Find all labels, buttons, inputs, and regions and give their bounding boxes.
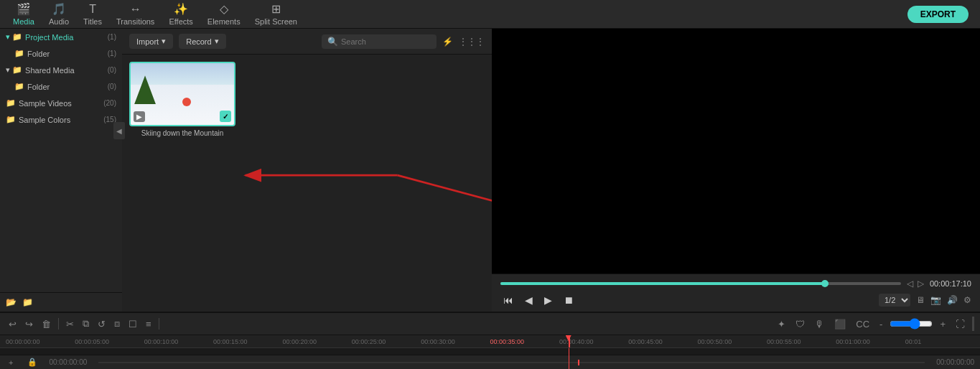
nav-titles[interactable]: T Titles	[76, 0, 109, 29]
play-button[interactable]: ▶	[541, 293, 555, 307]
import-label: Import	[136, 37, 159, 46]
media-icon: 🎬	[17, 2, 31, 16]
zoom-out-button[interactable]: -	[877, 317, 885, 331]
playhead-track	[569, 348, 569, 369]
sidebar-item-sample-colors[interactable]: 📁 Sample Colors (15)	[0, 111, 122, 128]
nav-effects[interactable]: ✨ Effects	[162, 0, 200, 29]
skip-back-button[interactable]: ⏮	[500, 293, 516, 307]
record-button[interactable]: Record ▾	[179, 34, 225, 49]
nav-media[interactable]: 🎬 Media	[6, 0, 42, 29]
mini-progress	[98, 362, 925, 363]
sidebar-item-project-media[interactable]: ▾ 📁 Project Media (1)	[0, 29, 122, 45]
media-btn-right[interactable]: ⬛	[831, 317, 849, 331]
nav-audio[interactable]: 🎵 Audio	[42, 0, 76, 29]
folder-icon-colors: 📁	[6, 115, 16, 124]
ruler-61: 00:01	[905, 338, 974, 345]
fullscreen-button[interactable]: ⛶	[953, 317, 968, 331]
delete-button[interactable]: 🗑	[39, 317, 54, 331]
sidebar-collapse-btn[interactable]: ◀	[113, 122, 125, 139]
step-back-button[interactable]: ◀	[522, 293, 536, 307]
left-sidebar: ▾ 📁 Project Media (1) 📁 Folder (1) ▾ 📁 S…	[0, 29, 122, 312]
effects-icon: ✨	[174, 2, 188, 16]
nav-elements-label: Elements	[207, 17, 241, 26]
bracket-left-icon[interactable]: ◁	[907, 279, 913, 289]
nav-elements[interactable]: ◇ Elements	[200, 0, 248, 29]
audio-icon: 🎵	[52, 2, 66, 16]
folder-2-count: (0)	[108, 83, 116, 90]
timeline-section: ↩ ↪ 🗑 ✂ ⧉ ↺ ⧈ ☐ ≡ ✦ 🛡 🎙 ⬛ CC - + ⛶	[0, 312, 980, 369]
zoom-in-button[interactable]: +	[937, 317, 948, 331]
crop-button[interactable]: ⧈	[111, 317, 123, 331]
ruler-55: 00:00:55:00	[767, 338, 836, 345]
time-display: 00:00:17:10	[930, 279, 971, 288]
nav-audio-label: Audio	[49, 17, 69, 26]
media-grid: ▶ ✓ Skiing down the Mountain	[122, 55, 492, 144]
media-thumb-skiing: ▶ ✓	[129, 62, 235, 126]
snapshot-icon[interactable]: 📷	[930, 295, 941, 305]
folder-icon-1: 📁	[14, 49, 24, 58]
folder-icon-shared: ▾ 📁	[6, 65, 22, 75]
search-box: 🔍	[322, 34, 437, 49]
export-button[interactable]: EXPORT	[907, 6, 969, 23]
ruler-60: 00:01:00:00	[836, 338, 905, 345]
import-button[interactable]: Import ▾	[129, 34, 173, 49]
folder-1-label: Folder	[27, 50, 50, 58]
stop-button[interactable]: ⏹	[561, 293, 577, 307]
mic-button[interactable]: 🎙	[812, 317, 827, 331]
folder-icon-project: ▾ 📁	[6, 32, 22, 42]
sidebar-item-sample-videos[interactable]: 📁 Sample Videos (20)	[0, 95, 122, 111]
nav-transitions[interactable]: ↔ Transitions	[109, 0, 162, 29]
nav-splitscreen[interactable]: ⊞ Split Screen	[248, 0, 304, 29]
sample-colors-label: Sample Colors	[19, 116, 70, 124]
shared-media-label: Shared Media	[25, 66, 75, 75]
import-chevron-icon: ▾	[162, 37, 166, 46]
add-track-button[interactable]: +	[6, 357, 16, 368]
player-controls: ◁ ▷ 00:00:17:10 ⏮ ◀ ▶ ⏹ 1/2 🖥 📷	[492, 274, 980, 312]
copy-button[interactable]: ⧉	[80, 317, 92, 331]
align-button[interactable]: ≡	[143, 317, 154, 331]
controls-right: 1/2 🖥 📷 🔊 ⚙	[879, 294, 971, 307]
ruler-marks: 00:00:00:00 00:00:05:00 00:00:10:00 00:0…	[3, 338, 977, 345]
grid-icon[interactable]: ⋮⋮⋮	[459, 37, 485, 47]
controls-row: ⏮ ◀ ▶ ⏹ 1/2 🖥 📷 🔊 ⚙	[500, 293, 971, 307]
ruler-00: 00:00:00:00	[6, 338, 75, 345]
progress-bar[interactable]	[500, 282, 901, 285]
monitor-icon[interactable]: 🖥	[916, 295, 925, 305]
scene-detect-button[interactable]: ✦	[775, 317, 788, 331]
speed-select[interactable]: 1/2	[879, 294, 910, 307]
captions-button[interactable]: CC	[853, 317, 872, 331]
lock-track-button[interactable]: 🔒	[24, 356, 40, 368]
progress-fill	[500, 282, 829, 285]
progress-bar-container: ◁ ▷ 00:00:17:10	[500, 279, 971, 289]
sample-videos-count: (20)	[103, 99, 116, 107]
rotate-button[interactable]: ↺	[95, 317, 108, 331]
new-bin-icon[interactable]: 📁	[22, 297, 33, 307]
filter-icon[interactable]: ⚡	[442, 37, 453, 47]
search-input[interactable]	[341, 37, 431, 46]
shield-button[interactable]: 🛡	[793, 317, 808, 331]
shared-media-count: (0)	[108, 66, 116, 74]
undo-button[interactable]: ↩	[6, 317, 19, 331]
redo-button[interactable]: ↪	[22, 317, 36, 331]
project-media-count: (1)	[108, 33, 116, 41]
search-icon: 🔍	[327, 37, 338, 47]
zoom-slider[interactable]	[890, 318, 933, 330]
sidebar-item-folder-2[interactable]: 📁 Folder (0)	[0, 78, 122, 95]
elements-icon: ◇	[220, 2, 228, 16]
new-folder-icon[interactable]: 📂	[6, 297, 17, 307]
transitions-icon: ↔	[130, 3, 141, 16]
titles-icon: T	[89, 3, 96, 16]
splitscreen-icon: ⊞	[271, 2, 281, 16]
cut-button[interactable]: ✂	[63, 317, 77, 331]
folder-2-label: Folder	[27, 83, 50, 91]
sidebar-item-shared-media[interactable]: ▾ 📁 Shared Media (0)	[0, 62, 122, 78]
bracket-right-icon[interactable]: ▷	[918, 279, 924, 289]
media-item-skiing[interactable]: ▶ ✓ Skiing down the Mountain	[129, 62, 235, 137]
select-button[interactable]: ☐	[126, 317, 140, 331]
volume-icon[interactable]: 🔊	[947, 295, 958, 305]
project-media-label: Project Media	[25, 33, 73, 42]
center-panel: Import ▾ Record ▾ 🔍 ⚡ ⋮⋮⋮	[122, 29, 492, 312]
record-label: Record	[186, 37, 211, 46]
sidebar-item-folder-1[interactable]: 📁 Folder (1)	[0, 45, 122, 62]
settings-icon[interactable]: ⚙	[963, 295, 971, 305]
